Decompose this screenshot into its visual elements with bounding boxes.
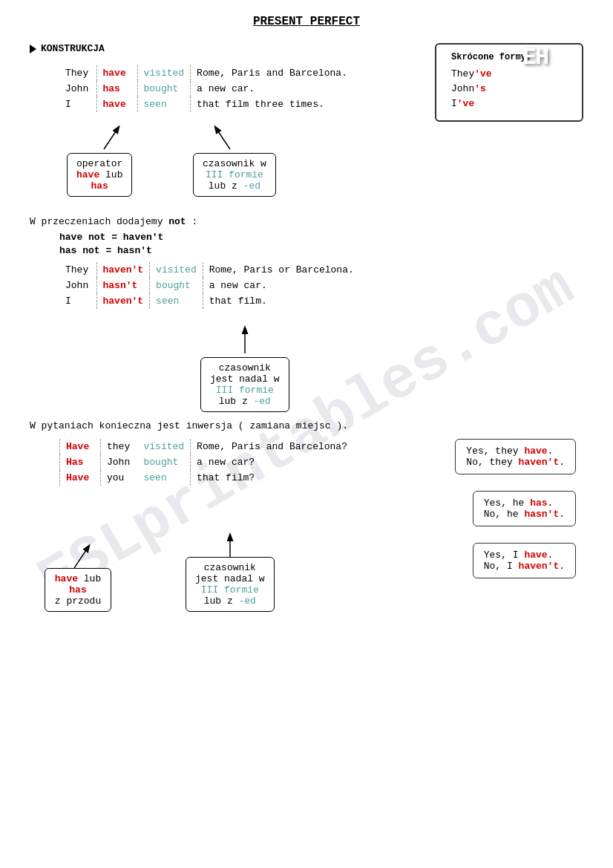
questions-header: W pytaniach konieczna jest inwersja ( za… (30, 420, 583, 431)
logo-letters: EH (522, 44, 548, 71)
rest-1: Rome, Paris and Barcelona. (191, 65, 353, 81)
operator-has: has (96, 81, 137, 97)
subject-i: I (59, 97, 96, 112)
cz-box1-form: III formie (206, 169, 263, 180)
not-keyword: not (168, 216, 186, 227)
skrocone-form-2: John's (451, 83, 567, 94)
q-rest-2: a new car? (191, 454, 354, 470)
q-subj-john: John (101, 454, 138, 470)
q-op-have-2: Have (60, 470, 101, 486)
czasownik-callout-box-2: czasownik jest nadal w III formie lub z … (200, 357, 289, 412)
skrocone-form-1: They've (451, 68, 567, 79)
konstrukcja-table: They have visited Rome, Paris and Barcel… (59, 65, 353, 112)
neg-subj-i: I (59, 293, 96, 309)
op-box-have: have (76, 169, 99, 180)
section-questions: W pytaniach konieczna jest inwersja ( za… (30, 420, 583, 612)
negation-eq1: have not = haven't (59, 232, 583, 243)
operator-callout-box: operator have lub has (67, 153, 132, 197)
have-box-have: have (55, 573, 78, 584)
neg-verb-bought: bought (150, 278, 203, 293)
have-box-zprzodu: z przodu (55, 595, 101, 607)
neg-op-havent2: haven't (96, 293, 150, 309)
svg-line-0 (104, 127, 119, 149)
table-row: I have seen that film three times. (59, 97, 353, 112)
neg-rest-1: Rome, Paris or Barcelona. (203, 262, 360, 278)
cz-box3-lub: lub z -ed (204, 595, 256, 607)
svg-line-3 (74, 546, 89, 568)
verb-seen: seen (137, 97, 191, 112)
cz-box3-line2: jest nadal w (195, 573, 265, 584)
table-row: They haven't visited Rome, Paris or Barc… (59, 262, 360, 278)
cz-box2-lub: lub z -ed (219, 396, 271, 407)
section1-title: KONSTRUKCJA (41, 43, 105, 54)
have-has-box: have lub has z przodu (45, 568, 111, 612)
neg-verb-seen: seen (150, 293, 203, 309)
czasownik-callout-3: czasownik jest nadal w III formie lub z … (186, 557, 275, 612)
q-subj-you: you (101, 470, 138, 486)
q-verb-bought: bought (138, 454, 191, 470)
have-box-lub: lub (84, 573, 101, 584)
cz-box2-form: III formie (216, 385, 274, 396)
negation-header: W przeczeniach dodajemy not : (30, 216, 583, 227)
neg-rest-2: a new car. (203, 278, 360, 293)
operator-have-1: have (96, 65, 137, 81)
page-title: PRESENT PERFECT (30, 15, 583, 28)
eq1-text: have not = haven't (59, 232, 163, 243)
table-row: Have they visited Rome, Paris and Barcel… (60, 439, 354, 454)
neg-rest-3: that film. (203, 293, 360, 309)
table-row: Have you seen that film? (60, 470, 354, 486)
table-row: I haven't seen that film. (59, 293, 360, 309)
neg-subj-they: They (59, 262, 96, 278)
skrocone-title: Skrócone formy: (451, 52, 567, 62)
cz-box3-form: III formie (201, 584, 259, 595)
table-row: John has bought a new car. (59, 81, 353, 97)
verb-visited: visited (137, 65, 191, 81)
subject-john: John (59, 81, 96, 97)
questions-area: Yes, they have. No, they haven't. Yes, h… (30, 439, 583, 612)
q-op-have-1: Have (60, 439, 101, 454)
op-box-lub: lub (105, 169, 122, 180)
cz-box1-line1: czasownik w (203, 158, 266, 169)
section-negation: W przeczeniach dodajemy not : have not =… (30, 216, 583, 409)
svg-line-1 (215, 127, 230, 149)
rest-3: that film three times. (191, 97, 353, 112)
table-row: John hasn't bought a new car. (59, 278, 360, 293)
callout-area-1: operator have lub has czasownik w III fo… (59, 112, 583, 209)
q-rest-1: Rome, Paris and Barcelona? (191, 439, 354, 454)
callout-area-2: czasownik jest nadal w III formie lub z … (193, 313, 583, 409)
verb-bought: bought (137, 81, 191, 97)
q-verb-visited: visited (138, 439, 191, 454)
neg-op-havent: haven't (96, 262, 150, 278)
op-box-has: has (91, 180, 108, 192)
q-rest-3: that film? (191, 470, 354, 486)
q-op-has: Has (60, 454, 101, 470)
have-bold: have (524, 446, 547, 457)
answer-box-they: Yes, they have. No, they haven't. (455, 439, 576, 474)
skrocone-form-3: I've (451, 98, 567, 109)
answer-they-no: No, they haven't. (466, 457, 565, 468)
arrow-icon (30, 45, 36, 53)
negation-eq2: has not = hasn't (59, 245, 583, 256)
have-box-has: has (69, 584, 86, 595)
have-has-callout: have lub has z przodu (45, 568, 111, 612)
section-konstrukcja: KONSTRUKCJA Skrócone formy: They've John… (30, 43, 583, 209)
rest-2: a new car. (191, 81, 353, 97)
table-row: Has John bought a new car? (60, 454, 354, 470)
cz-box1-lub: lub z -ed (209, 180, 260, 192)
bottom-callouts: have lub has z przodu (45, 493, 583, 612)
q-subj-they: they (101, 439, 138, 454)
negation-table: They haven't visited Rome, Paris or Barc… (59, 262, 360, 309)
table-row: They have visited Rome, Paris and Barcel… (59, 65, 353, 81)
operator-have-2: have (96, 97, 137, 112)
cz-box3-line1: czasownik (204, 562, 256, 573)
czasownik-callout-box-3: czasownik jest nadal w III formie lub z … (186, 557, 275, 612)
neg-subj-john: John (59, 278, 96, 293)
havent-bold: haven't (519, 457, 560, 468)
answer-they-yes: Yes, they have. (466, 446, 565, 457)
eq2-text: has not = hasn't (59, 245, 152, 256)
cz-box2-line2: jest nadal w (210, 373, 280, 385)
czasownik-callout-box-1: czasownik w III formie lub z -ed (193, 153, 276, 197)
neg-op-hasnt: hasn't (96, 278, 150, 293)
neg-verb-visited: visited (150, 262, 203, 278)
op-box-line1: operator (76, 158, 122, 169)
